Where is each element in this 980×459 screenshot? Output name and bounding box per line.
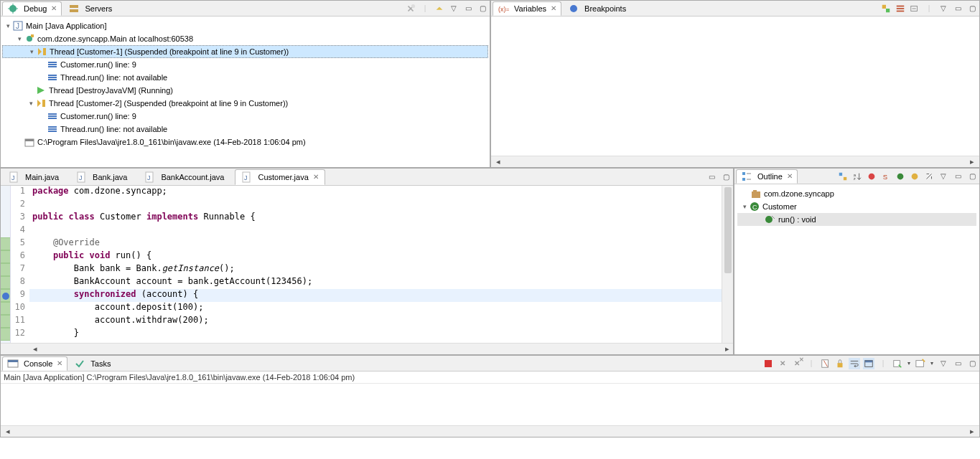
hide-nonpublic-icon[interactable] bbox=[895, 171, 906, 182]
scroll-lock-icon[interactable] bbox=[834, 358, 846, 369]
scroll-left-icon[interactable]: ◂ bbox=[2, 427, 14, 437]
link-editor-icon[interactable] bbox=[923, 171, 935, 182]
minimize-icon[interactable]: ▭ bbox=[706, 171, 717, 183]
tree-stackframe[interactable]: Customer.run() line: 9 bbox=[2, 110, 488, 123]
java-file-icon: J bbox=[144, 171, 156, 183]
outline-method[interactable]: run() : void bbox=[737, 213, 976, 226]
tree-stackframe[interactable]: Thread.run() line: not available bbox=[2, 123, 488, 136]
tree-node-process[interactable]: C:\Program Files\Java\jre1.8.0_161\bin\j… bbox=[2, 136, 488, 148]
tasks-icon bbox=[74, 358, 85, 369]
maximize-icon[interactable]: ▢ bbox=[966, 171, 978, 182]
collapse-all-icon[interactable] bbox=[909, 3, 920, 14]
focus-icon[interactable] bbox=[837, 171, 849, 182]
tree-node-thread-2[interactable]: ▾Thread [Customer-2] (Suspended (breakpo… bbox=[2, 97, 488, 110]
svg-rect-32 bbox=[897, 5, 905, 6]
scroll-thumb[interactable] bbox=[724, 187, 732, 273]
hide-static-icon[interactable]: S bbox=[880, 171, 892, 182]
editor-gutter[interactable]: 1 2 3 4 5 6 7 8 9 10 11 12 bbox=[11, 186, 29, 343]
outline-class[interactable]: ▾CCustomer bbox=[737, 200, 976, 213]
remove-terminated-icon[interactable] bbox=[405, 3, 416, 14]
svg-rect-18 bbox=[48, 79, 57, 80]
chevron-down-icon[interactable]: ▽ bbox=[448, 3, 459, 14]
tab-main-java[interactable]: JMain.java bbox=[2, 169, 65, 185]
scroll-right-icon[interactable]: ▸ bbox=[966, 157, 978, 167]
tab-variables[interactable]: (x)= Variables ✕ bbox=[493, 1, 561, 16]
show-type-names-icon[interactable] bbox=[880, 3, 892, 14]
chevron-down-icon[interactable]: ▽ bbox=[938, 171, 949, 182]
hide-fields-icon[interactable] bbox=[866, 171, 877, 182]
chevron-down-icon[interactable]: ▽ bbox=[938, 3, 949, 14]
svg-text:J: J bbox=[244, 174, 248, 181]
minimize-icon[interactable]: ▭ bbox=[462, 3, 474, 14]
tab-outline[interactable]: Outline ✕ bbox=[736, 169, 798, 184]
minimize-icon[interactable]: ▭ bbox=[952, 171, 963, 182]
remove-launch-icon[interactable]: ✕ bbox=[777, 358, 788, 369]
terminate-button[interactable] bbox=[762, 358, 774, 369]
tree-node-app[interactable]: ▾JMain [Java Application] bbox=[2, 19, 488, 32]
tree-stackframe[interactable]: Thread.run() line: not available bbox=[2, 71, 488, 84]
tab-breakpoints-label: Breakpoints bbox=[584, 4, 626, 13]
display-selected-icon[interactable] bbox=[892, 358, 903, 369]
editor-hscroll[interactable]: ◂ ▸ bbox=[1, 343, 733, 354]
code-area[interactable]: package com.dzone.syncapp; public class … bbox=[29, 186, 722, 343]
editor-vscroll[interactable] bbox=[722, 186, 733, 343]
twisty-icon[interactable]: ▾ bbox=[15, 35, 24, 42]
tab-tasks[interactable]: Tasks bbox=[69, 356, 116, 371]
close-icon[interactable]: ✕ bbox=[551, 4, 556, 12]
svg-text:S: S bbox=[883, 172, 887, 180]
pin-console-icon[interactable] bbox=[863, 358, 874, 369]
show-logical-icon[interactable] bbox=[895, 3, 906, 14]
view-menu-icon[interactable] bbox=[434, 3, 445, 14]
hide-local-icon[interactable] bbox=[909, 171, 920, 182]
tab-customer-java[interactable]: JCustomer.java✕ bbox=[235, 169, 325, 185]
tab-bank-java[interactable]: JBank.java bbox=[70, 169, 134, 185]
outline-package[interactable]: com.dzone.syncapp bbox=[737, 187, 976, 200]
minimize-icon[interactable]: ▭ bbox=[952, 3, 963, 14]
minimize-icon[interactable]: ▭ bbox=[952, 358, 963, 369]
tab-servers[interactable]: Servers bbox=[63, 1, 117, 16]
debug-tree[interactable]: ▾JMain [Java Application] ▾com.dzone.syn… bbox=[1, 16, 490, 167]
console-output[interactable] bbox=[1, 384, 979, 425]
close-icon[interactable]: ✕ bbox=[313, 173, 319, 181]
tree-node-vm[interactable]: ▾com.dzone.syncapp.Main at localhost:605… bbox=[2, 32, 488, 45]
chevron-down-icon[interactable]: ▾ bbox=[929, 358, 935, 369]
maximize-icon[interactable]: ▢ bbox=[966, 3, 978, 14]
scroll-left-icon[interactable]: ◂ bbox=[493, 157, 504, 167]
tree-node-thread-destroy[interactable]: Thread [DestroyJavaVM] (Running) bbox=[2, 84, 488, 97]
editor-body[interactable]: 1 2 3 4 5 6 7 8 9 10 11 12 package com.d… bbox=[1, 186, 733, 343]
tree-node-thread-1[interactable]: ▾Thread [Customer-1] (Suspended (breakpo… bbox=[2, 45, 488, 58]
word-wrap-icon[interactable] bbox=[849, 358, 860, 369]
variables-hscroll[interactable]: ◂ ▸ bbox=[491, 156, 979, 167]
twisty-icon[interactable]: ▾ bbox=[740, 203, 749, 210]
close-icon[interactable]: ✕ bbox=[51, 4, 57, 12]
svg-text:J: J bbox=[16, 22, 19, 30]
maximize-icon[interactable]: ▢ bbox=[477, 3, 488, 14]
open-console-icon[interactable] bbox=[915, 358, 926, 369]
maximize-icon[interactable]: ▢ bbox=[720, 171, 732, 183]
editor-ruler[interactable] bbox=[1, 186, 11, 343]
tab-debug[interactable]: Debug ✕ bbox=[2, 1, 62, 16]
tab-console[interactable]: Console ✕ bbox=[2, 356, 67, 371]
twisty-icon[interactable]: ▾ bbox=[4, 22, 12, 29]
clear-console-icon[interactable] bbox=[820, 358, 831, 369]
chevron-down-icon[interactable]: ▽ bbox=[938, 358, 949, 369]
close-icon[interactable]: ✕ bbox=[57, 359, 62, 367]
tree-stackframe[interactable]: Customer.run() line: 9 bbox=[2, 58, 488, 71]
scroll-right-icon[interactable]: ▸ bbox=[722, 344, 733, 354]
twisty-icon[interactable]: ▾ bbox=[27, 48, 36, 55]
outline-tree[interactable]: com.dzone.syncapp ▾CCustomer run() : voi… bbox=[734, 184, 979, 354]
chevron-down-icon[interactable]: ▾ bbox=[906, 358, 912, 369]
tab-breakpoints[interactable]: Breakpoints bbox=[563, 1, 631, 16]
scroll-left-icon[interactable]: ◂ bbox=[29, 344, 41, 354]
maximize-icon[interactable]: ▢ bbox=[966, 358, 978, 369]
tab-bankaccount-java[interactable]: JBankAccount.java bbox=[138, 169, 230, 185]
twisty-icon[interactable]: ▾ bbox=[27, 100, 35, 107]
remove-all-icon[interactable]: ✕✕ bbox=[791, 358, 803, 369]
sort-icon[interactable]: az bbox=[851, 171, 863, 182]
svg-point-62 bbox=[765, 216, 773, 223]
close-icon[interactable]: ✕ bbox=[787, 172, 793, 180]
scroll-right-icon[interactable]: ▸ bbox=[966, 427, 978, 437]
console-hscroll[interactable]: ◂ ▸ bbox=[1, 425, 979, 437]
tab-servers-label: Servers bbox=[85, 4, 112, 13]
breakpoint-marker[interactable] bbox=[1, 289, 10, 302]
